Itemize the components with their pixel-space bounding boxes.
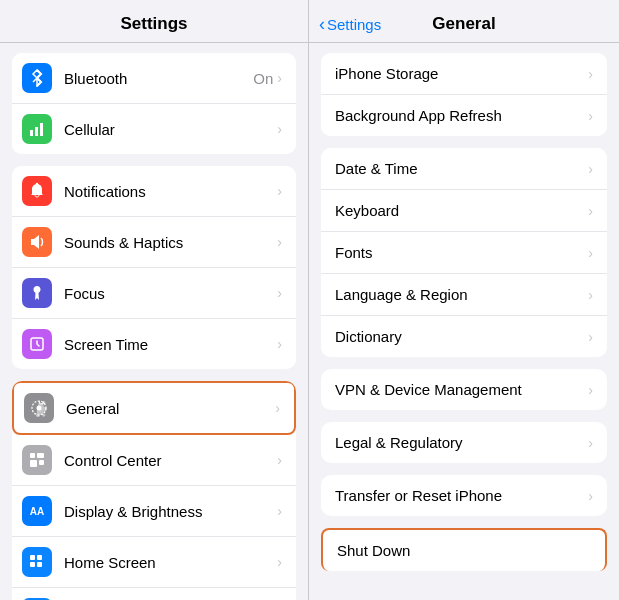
back-label: Settings (327, 16, 381, 33)
bluetooth-value: On (253, 70, 273, 87)
back-button[interactable]: ‹ Settings (319, 14, 381, 35)
sidebar-item-cellular[interactable]: Cellular › (12, 104, 296, 154)
screentime-chevron: › (277, 336, 282, 352)
settings-group-3: General › Control Center › AA (12, 381, 296, 600)
right-item-legal[interactable]: Legal & Regulatory › (321, 422, 607, 463)
notifications-label: Notifications (64, 183, 277, 200)
svg-rect-12 (37, 555, 42, 560)
left-header: Settings (0, 0, 308, 43)
general-chevron: › (275, 400, 280, 416)
svg-rect-11 (30, 555, 35, 560)
controlcenter-icon (22, 445, 52, 475)
right-group-3: VPN & Device Management › (321, 369, 607, 410)
back-chevron-icon: ‹ (319, 14, 325, 35)
homescreen-chevron: › (277, 554, 282, 570)
right-item-iphone-storage[interactable]: iPhone Storage › (321, 53, 607, 95)
legal-chevron: › (588, 435, 593, 451)
iphone-storage-label: iPhone Storage (335, 65, 588, 82)
background-app-label: Background App Refresh (335, 107, 588, 124)
sounds-icon (22, 227, 52, 257)
svg-point-3 (36, 183, 38, 185)
right-title: General (432, 14, 495, 34)
sounds-chevron: › (277, 234, 282, 250)
homescreen-icon (22, 547, 52, 577)
transfer-chevron: › (588, 488, 593, 504)
right-panel: ‹ Settings General iPhone Storage › Back… (309, 0, 619, 600)
svg-rect-14 (37, 562, 42, 567)
sidebar-item-controlcenter[interactable]: Control Center › (12, 435, 296, 486)
vpn-chevron: › (588, 382, 593, 398)
right-item-dictionary[interactable]: Dictionary › (321, 316, 607, 357)
vpn-label: VPN & Device Management (335, 381, 588, 398)
right-group-5: Transfer or Reset iPhone › (321, 475, 607, 516)
sidebar-item-accessibility[interactable]: Accessibility › (12, 588, 296, 600)
controlcenter-label: Control Center (64, 452, 277, 469)
right-group-1: iPhone Storage › Background App Refresh … (321, 53, 607, 136)
dictionary-label: Dictionary (335, 328, 588, 345)
svg-rect-9 (30, 460, 37, 467)
right-item-vpn[interactable]: VPN & Device Management › (321, 369, 607, 410)
transfer-label: Transfer or Reset iPhone (335, 487, 588, 504)
notifications-icon (22, 176, 52, 206)
sidebar-item-bluetooth[interactable]: Bluetooth On › (12, 53, 296, 104)
svg-rect-7 (30, 453, 35, 458)
settings-group-2: Notifications › Sounds & Haptics › (12, 166, 296, 369)
sounds-label: Sounds & Haptics (64, 234, 277, 251)
cellular-icon (22, 114, 52, 144)
sidebar-item-focus[interactable]: Focus › (12, 268, 296, 319)
right-group-4: Legal & Regulatory › (321, 422, 607, 463)
general-icon (24, 393, 54, 423)
right-item-transfer[interactable]: Transfer or Reset iPhone › (321, 475, 607, 516)
screentime-icon (22, 329, 52, 359)
screentime-label: Screen Time (64, 336, 277, 353)
bluetooth-chevron: › (277, 70, 282, 86)
right-group-2: Date & Time › Keyboard › Fonts › Languag… (321, 148, 607, 357)
right-item-language[interactable]: Language & Region › (321, 274, 607, 316)
left-panel: Settings Bluetooth On › (0, 0, 309, 600)
left-title: Settings (120, 14, 187, 33)
right-item-keyboard[interactable]: Keyboard › (321, 190, 607, 232)
sidebar-item-notifications[interactable]: Notifications › (12, 166, 296, 217)
fonts-label: Fonts (335, 244, 588, 261)
bluetooth-icon (22, 63, 52, 93)
right-header: ‹ Settings General (309, 0, 619, 43)
focus-label: Focus (64, 285, 277, 302)
display-icon: AA (22, 496, 52, 526)
background-app-chevron: › (588, 108, 593, 124)
svg-rect-0 (30, 130, 33, 136)
sidebar-item-screentime[interactable]: Screen Time › (12, 319, 296, 369)
svg-rect-10 (39, 460, 44, 465)
language-label: Language & Region (335, 286, 588, 303)
right-item-date-time[interactable]: Date & Time › (321, 148, 607, 190)
svg-rect-8 (37, 453, 44, 458)
keyboard-chevron: › (588, 203, 593, 219)
dictionary-chevron: › (588, 329, 593, 345)
fonts-chevron: › (588, 245, 593, 261)
cellular-label: Cellular (64, 121, 277, 138)
shutdown-button[interactable]: Shut Down (321, 528, 607, 571)
iphone-storage-chevron: › (588, 66, 593, 82)
svg-rect-1 (35, 127, 38, 136)
focus-icon (22, 278, 52, 308)
general-settings-list: iPhone Storage › Background App Refresh … (309, 43, 619, 600)
right-item-fonts[interactable]: Fonts › (321, 232, 607, 274)
svg-rect-13 (30, 562, 35, 567)
right-item-background-app[interactable]: Background App Refresh › (321, 95, 607, 136)
svg-rect-2 (40, 123, 43, 136)
settings-group-1: Bluetooth On › Cellular › (12, 53, 296, 154)
language-chevron: › (588, 287, 593, 303)
sidebar-item-general[interactable]: General › (12, 381, 296, 435)
bluetooth-label: Bluetooth (64, 70, 253, 87)
sidebar-item-display[interactable]: AA Display & Brightness › (12, 486, 296, 537)
sidebar-item-sounds[interactable]: Sounds & Haptics › (12, 217, 296, 268)
display-chevron: › (277, 503, 282, 519)
settings-list: Bluetooth On › Cellular › (0, 43, 308, 600)
cellular-chevron: › (277, 121, 282, 137)
display-label: Display & Brightness (64, 503, 277, 520)
shutdown-label: Shut Down (337, 542, 591, 559)
sidebar-item-homescreen[interactable]: Home Screen › (12, 537, 296, 588)
homescreen-label: Home Screen (64, 554, 277, 571)
keyboard-label: Keyboard (335, 202, 588, 219)
general-label: General (66, 400, 275, 417)
focus-chevron: › (277, 285, 282, 301)
